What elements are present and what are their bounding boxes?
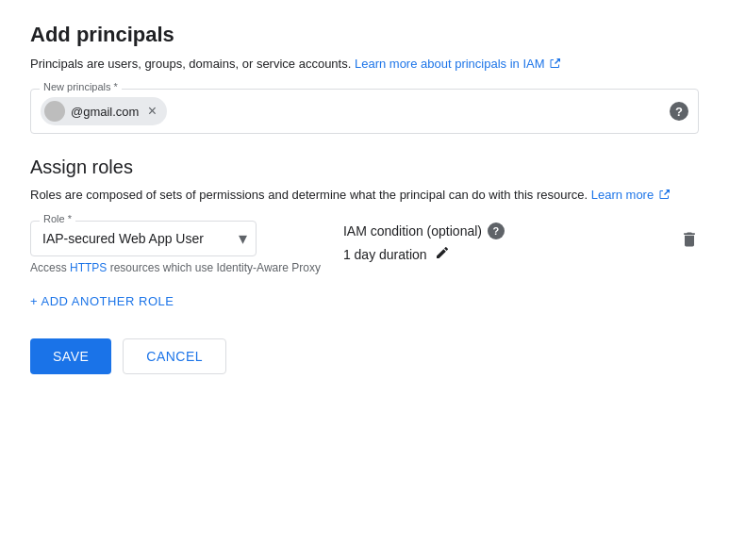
action-buttons: SAVE CANCEL (30, 338, 699, 374)
role-desc-text1: Access (30, 261, 70, 274)
chip-email: @gmail.com (71, 105, 139, 119)
principals-help-icon[interactable]: ? (670, 102, 688, 121)
learn-more-external-icon (659, 187, 671, 206)
principals-input-box[interactable]: @gmail.com × ? (30, 89, 699, 134)
page-title: Add principals (30, 23, 699, 47)
role-field: Role * IAP-secured Web App User ▾ (30, 221, 321, 256)
external-link-icon (550, 56, 561, 74)
role-select-wrapper: IAP-secured Web App User ▾ (30, 221, 257, 256)
description-text: Principals are users, groups, domains, o… (30, 55, 699, 74)
learn-more-iam-link[interactable]: Learn more about principals in IAM (355, 57, 545, 71)
chip-avatar (44, 101, 65, 122)
principal-chip: @gmail.com × (41, 97, 167, 125)
iam-condition-help-icon[interactable]: ? (488, 222, 505, 239)
role-description: Access HTTPS resources which use Identit… (30, 260, 321, 276)
iam-condition-section: IAM condition (optional) ? 1 day duratio… (343, 221, 532, 264)
assign-roles-title: Assign roles (30, 156, 699, 178)
learn-more-roles-link[interactable]: Learn more (591, 188, 654, 202)
role-selected-value: IAP-secured Web App User (42, 231, 204, 246)
iam-condition-value-row: 1 day duration (343, 245, 532, 264)
iam-condition-edit-icon[interactable] (435, 245, 450, 264)
iam-condition-header: IAM condition (optional) ? (343, 222, 532, 239)
iam-condition-label: IAM condition (optional) (343, 223, 482, 239)
cancel-button[interactable]: CANCEL (123, 338, 226, 374)
assign-roles-section: Assign roles Roles are composed of sets … (30, 156, 699, 308)
role-desc-https-link[interactable]: HTTPS (70, 261, 107, 274)
role-desc-text2: resources which use Identity-Aware Proxy (107, 261, 321, 274)
role-field-group: Role * IAP-secured Web App User ▾ Access… (30, 221, 321, 276)
role-row: Role * IAP-secured Web App User ▾ Access… (30, 221, 699, 276)
new-principals-label: New principals * (40, 81, 122, 92)
description-text-part1: Principals are users, groups, domains, o… (30, 57, 355, 71)
chip-close-icon[interactable]: × (144, 104, 159, 119)
iam-condition-value-text: 1 day duration (343, 247, 427, 262)
save-button[interactable]: SAVE (30, 338, 111, 374)
role-label: Role * (40, 213, 75, 224)
assign-roles-description-text: Roles are composed of sets of permission… (30, 188, 591, 202)
new-principals-field: New principals * @gmail.com × ? (30, 89, 699, 134)
add-another-role-button[interactable]: + ADD ANOTHER ROLE (30, 294, 174, 308)
assign-roles-description: Roles are composed of sets of permission… (30, 186, 699, 205)
role-select[interactable]: IAP-secured Web App User (30, 221, 257, 256)
delete-role-btn[interactable] (680, 221, 699, 252)
